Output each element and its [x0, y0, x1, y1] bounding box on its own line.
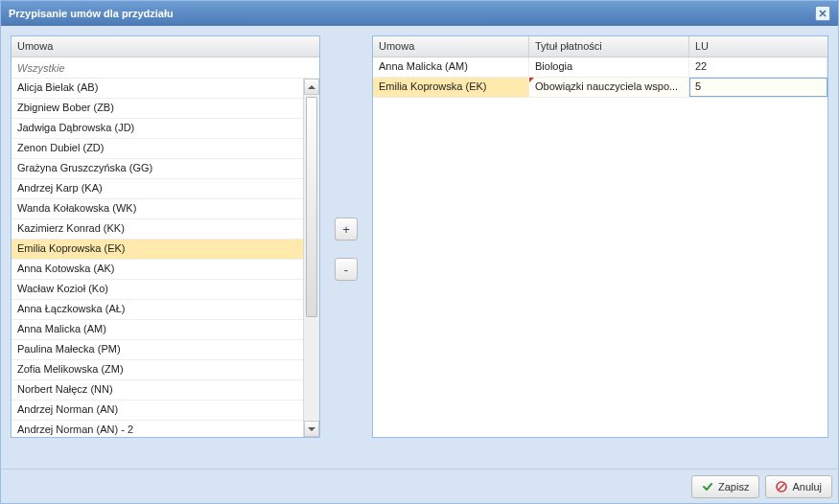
list-item[interactable]: Grażyna Gruszczyńska (GG) [12, 159, 303, 179]
cancel-icon [776, 481, 787, 493]
remove-button[interactable]: - [335, 258, 358, 281]
list-item[interactable]: Jadwiga Dąbrowska (JD) [12, 119, 303, 139]
left-list-panel: Umowa Alicja Bielak (AB)Zbigniew Bober (… [11, 35, 320, 438]
cell-tytul[interactable]: Obowiązki nauczyciela wspo... [529, 78, 689, 97]
footer-toolbar: Zapisz Anuluj [1, 469, 838, 503]
left-header-umowa[interactable]: Umowa [12, 36, 319, 57]
left-list-rows: Alicja Bielak (AB)Zbigniew Bober (ZB)Jad… [12, 79, 303, 437]
list-item[interactable]: Alicja Bielak (AB) [12, 79, 303, 99]
add-button[interactable]: + [335, 218, 358, 241]
left-header-row: Umowa [12, 36, 319, 57]
list-item[interactable]: Zenon Dubiel (ZD) [12, 139, 303, 159]
list-item[interactable]: Kazimierz Konrad (KK) [12, 219, 303, 240]
titlebar: Przypisanie umów dla przydziału [1, 1, 838, 26]
dialog-window: Przypisanie umów dla przydziału Umowa Al… [0, 0, 839, 504]
list-item[interactable]: Andrzej Norman (AN) - 2 [12, 421, 303, 437]
dialog-body: Umowa Alicja Bielak (AB)Zbigniew Bober (… [1, 26, 838, 469]
left-list-body: Alicja Bielak (AB)Zbigniew Bober (ZB)Jad… [12, 79, 319, 437]
list-item[interactable]: Norbert Nałęcz (NN) [12, 380, 303, 401]
list-item[interactable]: Anna Kotowska (AK) [12, 260, 303, 280]
cell-umowa[interactable]: Anna Malicka (AM) [373, 57, 529, 77]
chevron-up-icon [308, 85, 315, 89]
list-item[interactable]: Anna Łączkowska (AŁ) [12, 300, 303, 320]
scroll-down-button[interactable] [304, 421, 319, 437]
middle-button-column: + - [330, 35, 362, 463]
cell-lu[interactable]: 5 [689, 78, 827, 97]
chevron-down-icon [308, 427, 315, 431]
cell-tytul[interactable]: Biologia [529, 57, 689, 77]
list-item[interactable]: Andrzej Norman (AN) [12, 401, 303, 421]
cancel-button[interactable]: Anuluj [765, 475, 832, 498]
check-icon [702, 481, 713, 493]
list-item[interactable]: Zofia Melikowska (ZM) [12, 360, 303, 380]
list-item[interactable]: Emilia Koprowska (EK) [12, 240, 303, 260]
svg-line-1 [779, 484, 784, 490]
col-header-umowa[interactable]: Umowa [373, 36, 529, 57]
left-scrollbar[interactable] [303, 79, 319, 437]
list-item[interactable]: Wanda Kołakowska (WK) [12, 199, 303, 219]
cell-lu[interactable]: 22 [689, 57, 827, 77]
filter-row [12, 57, 319, 79]
scroll-thumb[interactable] [306, 97, 317, 317]
list-item[interactable]: Andrzej Karp (KA) [12, 179, 303, 199]
list-item[interactable]: Anna Malicka (AM) [12, 320, 303, 340]
close-icon [819, 10, 827, 17]
save-button[interactable]: Zapisz [691, 475, 759, 498]
col-header-tytul[interactable]: Tytuł płatności [529, 36, 689, 57]
cell-umowa[interactable]: Emilia Koprowska (EK) [373, 78, 529, 97]
scroll-up-button[interactable] [304, 79, 319, 95]
cancel-button-label: Anuluj [792, 481, 822, 493]
table-row[interactable]: Emilia Koprowska (EK)Obowiązki nauczycie… [373, 78, 827, 98]
right-table-body: Anna Malicka (AM)Biologia22Emilia Koprow… [373, 57, 827, 437]
list-item[interactable]: Wacław Kozioł (Ko) [12, 280, 303, 300]
save-button-label: Zapisz [718, 481, 749, 493]
main-area: Umowa Alicja Bielak (AB)Zbigniew Bober (… [11, 35, 828, 463]
col-header-lu[interactable]: LU [689, 36, 827, 57]
filter-input[interactable] [12, 57, 319, 78]
list-item[interactable]: Paulina Małecka (PM) [12, 340, 303, 360]
table-row[interactable]: Anna Malicka (AM)Biologia22 [373, 57, 827, 78]
window-title: Przypisanie umów dla przydziału [9, 8, 174, 19]
list-item[interactable]: Zbigniew Bober (ZB) [12, 99, 303, 119]
close-button[interactable] [815, 6, 830, 21]
right-header-row: Umowa Tytuł płatności LU [373, 36, 827, 57]
right-table-panel: Umowa Tytuł płatności LU Anna Malicka (A… [372, 35, 828, 438]
